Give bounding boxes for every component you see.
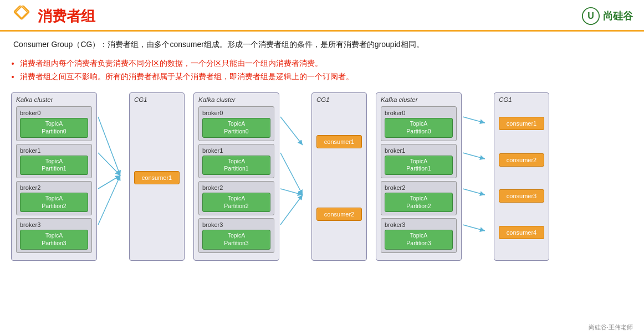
broker-box-2-1: broker1 TopicAPartition1 xyxy=(198,144,274,178)
consumer-2-1: consumer1 xyxy=(316,135,362,148)
kafka-cluster-box-3: Kafka cluster broker0 TopicAPartition0 b… xyxy=(376,92,462,260)
description-block: Consumer Group（CG）：消费者组，由多个consumer组成。形成… xyxy=(0,32,644,55)
consumer-2-2: consumer2 xyxy=(316,208,362,221)
description-line1: Consumer Group（CG）：消费者组，由多个consumer组成。形成… xyxy=(13,40,424,49)
diagram-group-1: Kafka cluster broker0 TopicAPartition0 b… xyxy=(11,92,185,260)
arrows-svg-3 xyxy=(462,92,489,259)
brand-logo: U 尚硅谷 xyxy=(582,7,633,25)
consumer-3-1: consumer1 xyxy=(499,117,544,130)
arrows-svg-2 xyxy=(279,92,307,259)
consumer-3-2: consumer2 xyxy=(499,153,544,167)
svg-line-4 xyxy=(98,117,120,175)
page-title: 消费者组 xyxy=(38,7,95,26)
svg-line-15 xyxy=(463,225,485,231)
svg-line-14 xyxy=(463,189,485,195)
cg-box-1: CG1 consumer1 xyxy=(129,92,185,260)
kafka-cluster-box-1: Kafka cluster broker0 TopicAPartition0 b… xyxy=(11,92,97,260)
broker-box-2-3: broker3 TopicAPartition3 xyxy=(198,218,274,252)
header: 消费者组 U 尚硅谷 xyxy=(0,0,644,32)
broker-box-3-0: broker0 TopicAPartition0 xyxy=(381,106,457,141)
brand-text: 尚硅谷 xyxy=(603,9,633,23)
svg-line-11 xyxy=(280,195,303,225)
bullet-list: 消费者组内每个消费者负责消费不同分区的数据，一个分区只能由一个组内消费者消费。 … xyxy=(0,55,644,89)
broker-box-1-2: broker2 TopicAPartition2 xyxy=(16,181,92,215)
consumer-1-1: consumer1 xyxy=(134,171,180,184)
brand-icon: U xyxy=(582,7,600,25)
svg-line-5 xyxy=(98,153,120,175)
consumer-3-4: consumer4 xyxy=(499,226,544,239)
broker-box-3-1: broker1 TopicAPartition1 xyxy=(381,144,457,178)
diagrams-row: Kafka cluster broker0 TopicAPartition0 b… xyxy=(0,88,644,265)
broker-box-3-3: broker3 TopicAPartition3 xyxy=(381,218,457,252)
kafka-cluster-label-3: Kafka cluster xyxy=(381,96,457,103)
broker-box-2-0: broker0 TopicAPartition0 xyxy=(198,106,274,141)
bullet-item-1: 消费者组内每个消费者负责消费不同分区的数据，一个分区只能由一个组内消费者消费。 xyxy=(20,57,631,70)
broker-box-1-3: broker3 TopicAPartition3 xyxy=(16,218,92,252)
svg-line-12 xyxy=(463,117,485,123)
svg-line-13 xyxy=(463,153,485,159)
watermark: 尚硅谷·王伟老师 xyxy=(589,323,633,332)
broker-box-1-1: broker1 TopicAPartition1 xyxy=(16,144,92,178)
diagram-group-3: Kafka cluster broker0 TopicAPartition0 b… xyxy=(376,92,549,260)
kafka-cluster-label-1: Kafka cluster xyxy=(16,96,92,103)
broker-box-1-0: broker0 TopicAPartition0 xyxy=(16,106,92,141)
svg-line-9 xyxy=(280,153,303,195)
bullet-item-2: 消费者组之间互不影响。所有的消费者都属于某个消费者组，即消费者组是逻辑上的一个订… xyxy=(20,70,631,84)
cg-box-2: CG1 consumer1 consumer2 xyxy=(311,92,367,260)
kafka-cluster-label-2: Kafka cluster xyxy=(198,96,274,103)
svg-text:U: U xyxy=(587,11,594,20)
diamond-logo-icon xyxy=(11,6,32,27)
cg-box-3: CG1 consumer1 consumer2 consumer3 consum… xyxy=(494,92,549,260)
broker-box-3-2: broker2 TopicAPartition2 xyxy=(381,181,457,215)
svg-line-7 xyxy=(98,175,120,225)
broker-box-2-2: broker2 TopicAPartition2 xyxy=(198,181,274,215)
svg-line-8 xyxy=(280,117,303,145)
kafka-cluster-box-2: Kafka cluster broker0 TopicAPartition0 b… xyxy=(193,92,279,260)
arrows-svg-1 xyxy=(97,92,125,259)
consumer-3-3: consumer3 xyxy=(499,189,544,203)
svg-line-10 xyxy=(280,189,303,195)
header-left: 消费者组 xyxy=(11,6,95,27)
diagram-group-2: Kafka cluster broker0 TopicAPartition0 b… xyxy=(193,92,367,260)
